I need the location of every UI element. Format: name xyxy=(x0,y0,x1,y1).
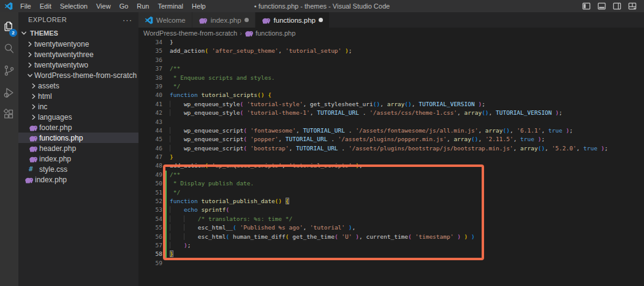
tree-item-twentytwentyone[interactable]: twentytwentyone xyxy=(18,39,138,49)
code-line-45[interactable]: 45 wp_enqueue_script( 'popper', TUTORIAL… xyxy=(138,135,644,144)
breadcrumb[interactable]: WordPress-theme-from-scratch›functions.p… xyxy=(138,28,644,38)
line-number: 44 xyxy=(138,126,162,135)
code-line-40[interactable]: 40function tutorial_scripts() { xyxy=(138,91,644,99)
code-line-38[interactable]: 38 * Enqueue scripts and styles. xyxy=(138,74,644,82)
tree-item-html[interactable]: html xyxy=(18,91,138,101)
code-line-59[interactable]: 59 xyxy=(138,259,644,268)
code-text: * Enqueue scripts and styles. xyxy=(167,74,275,82)
code-line-35[interactable]: 35add_action( 'after_setup_theme', 'tuto… xyxy=(138,47,644,55)
code-line-47[interactable]: 47} xyxy=(138,153,644,161)
code-editor[interactable]: 34}35add_action( 'after_setup_theme', 't… xyxy=(138,38,644,286)
tree-item-index.php[interactable]: index.php xyxy=(18,153,138,164)
tree-item-inc[interactable]: inc xyxy=(18,101,138,112)
code-text: function tutorial_scripts() { xyxy=(167,91,271,99)
code-text: esc_html__( 'Published %s ago', 'tutoria… xyxy=(167,223,355,232)
code-text: * Display publish date. xyxy=(167,179,254,188)
tab-index-php[interactable]: index.php xyxy=(192,12,256,28)
toggle-panel-icon[interactable] xyxy=(597,2,606,10)
code-line-36[interactable]: 36 xyxy=(138,56,644,64)
line-number: 48 xyxy=(138,161,162,170)
menu-selection[interactable]: Selection xyxy=(56,0,92,12)
tree-item-label: twentytwentytwo xyxy=(34,61,88,69)
menu-view[interactable]: View xyxy=(92,0,115,12)
code-line-37[interactable]: 37/** xyxy=(138,64,644,73)
tree-item-label: inc xyxy=(38,102,47,111)
line-number: 34 xyxy=(138,38,162,47)
tree-item-style.css[interactable]: #style.css xyxy=(18,164,138,174)
tree-item-label: index.php xyxy=(35,176,67,184)
tree-item-twentytwentytwo[interactable]: twentytwentytwo xyxy=(18,60,138,70)
code-line-58[interactable]: 58} xyxy=(138,250,644,258)
code-text: /** xyxy=(167,171,180,179)
breadcrumb-item-file[interactable]: functions.php xyxy=(244,29,295,37)
activitybar-explorer[interactable]: 2 xyxy=(0,15,18,37)
tree-item-WordPress-theme-from-scratch[interactable]: WordPress-theme-from-scratch xyxy=(18,70,138,80)
source-control-icon xyxy=(2,64,16,77)
sidebar-actions-button[interactable]: ··· xyxy=(123,15,132,25)
window-title: • functions.php - themes - Visual Studio… xyxy=(254,2,390,10)
code-line-49[interactable]: 49/** xyxy=(138,171,644,179)
code-line-41[interactable]: 41 wp_enqueue_style( 'tutorial-style', g… xyxy=(138,100,644,109)
activitybar-run-and-debug[interactable] xyxy=(0,82,18,104)
section-label: THEMES xyxy=(30,29,58,37)
menu-terminal[interactable]: Terminal xyxy=(154,0,188,12)
menu-run[interactable]: Run xyxy=(132,0,153,12)
customize-layout-icon[interactable] xyxy=(628,2,637,10)
search-icon xyxy=(2,42,16,55)
code-line-52[interactable]: 52function tutorial_publish_date() { xyxy=(138,197,644,206)
code-line-39[interactable]: 39 */ xyxy=(138,82,644,91)
modified-dot-icon[interactable] xyxy=(319,18,323,22)
chevron-right-icon xyxy=(27,62,34,68)
menu-edit[interactable]: Edit xyxy=(36,0,56,12)
vscode-logo-icon xyxy=(4,2,13,11)
code-line-55[interactable]: 55 esc_html__( 'Published %s ago', 'tuto… xyxy=(138,223,644,232)
code-text: ); xyxy=(167,241,191,250)
code-line-56[interactable]: 56 esc_html( human_time_diff( get_the_ti… xyxy=(138,233,644,241)
code-text: wp_enqueue_script( 'fontawesome', TUTORI… xyxy=(167,126,573,135)
activitybar-source-control[interactable] xyxy=(0,60,18,82)
line-number: 42 xyxy=(138,109,162,117)
tree-item-assets[interactable]: assets xyxy=(18,80,138,91)
code-line-43[interactable]: 43 xyxy=(138,118,644,126)
tree-item-twentytwentythree[interactable]: twentytwentythree xyxy=(18,49,138,60)
line-number: 49 xyxy=(138,171,162,179)
workbench: 2 EXPLORER ··· THEMES twentytwentyonetwe… xyxy=(0,12,644,286)
code-line-48[interactable]: 48add_action( 'wp_enqueue_scripts', 'tut… xyxy=(138,161,644,170)
modified-dot-icon[interactable] xyxy=(244,18,249,22)
tree-item-label: languages xyxy=(38,113,72,122)
menu-help[interactable]: Help xyxy=(188,0,210,12)
line-number: 43 xyxy=(138,118,162,126)
breadcrumb-label: functions.php xyxy=(256,29,295,37)
tree-item-functions.php[interactable]: functions.php xyxy=(18,133,138,143)
toggle-primary-sidebar-icon[interactable] xyxy=(582,2,591,10)
breadcrumb-item-folder[interactable]: WordPress-theme-from-scratch xyxy=(143,29,237,37)
code-line-51[interactable]: 51 */ xyxy=(138,188,644,197)
php-file-icon xyxy=(29,134,38,142)
chevron-separator-icon: › xyxy=(240,29,242,37)
tab-welcome[interactable]: Welcome xyxy=(138,12,192,28)
line-number: 52 xyxy=(138,197,162,206)
toggle-secondary-sidebar-icon[interactable] xyxy=(613,2,621,10)
code-line-44[interactable]: 44 wp_enqueue_script( 'fontawesome', TUT… xyxy=(138,126,644,135)
activitybar-search[interactable] xyxy=(0,37,18,60)
activitybar-extensions[interactable] xyxy=(0,104,18,126)
section-header-themes[interactable]: THEMES xyxy=(18,27,138,39)
code-line-42[interactable]: 42 wp_enqueue_style( 'tutorial-theme-1',… xyxy=(138,109,644,117)
code-line-50[interactable]: 50 * Display publish date. xyxy=(138,179,644,188)
tree-item-header.php[interactable]: header.php xyxy=(18,143,138,153)
code-line-57[interactable]: 57 ); xyxy=(138,241,644,250)
tree-item-footer.php[interactable]: footer.php xyxy=(18,122,138,133)
tab-functions-php[interactable]: functions.php xyxy=(256,12,330,28)
chevron-right-icon xyxy=(31,83,38,89)
php-file-icon xyxy=(29,124,38,131)
code-line-46[interactable]: 46 wp_enqueue_script( 'bootstrap', TUTOR… xyxy=(138,144,644,153)
menu-file[interactable]: File xyxy=(16,0,36,12)
code-text: wp_enqueue_style( 'tutorial-theme-1', TU… xyxy=(167,109,563,117)
tree-item-index.php[interactable]: index.php xyxy=(18,174,138,185)
code-line-53[interactable]: 53 echo sprintf( xyxy=(138,206,644,214)
menu-go[interactable]: Go xyxy=(115,0,133,12)
code-text: wp_enqueue_script( 'bootstrap', TUTORIAL… xyxy=(167,144,608,153)
code-line-54[interactable]: 54 /* translators: %s: time */ xyxy=(138,215,644,223)
code-line-34[interactable]: 34} xyxy=(138,38,644,47)
tree-item-languages[interactable]: languages xyxy=(18,112,138,122)
